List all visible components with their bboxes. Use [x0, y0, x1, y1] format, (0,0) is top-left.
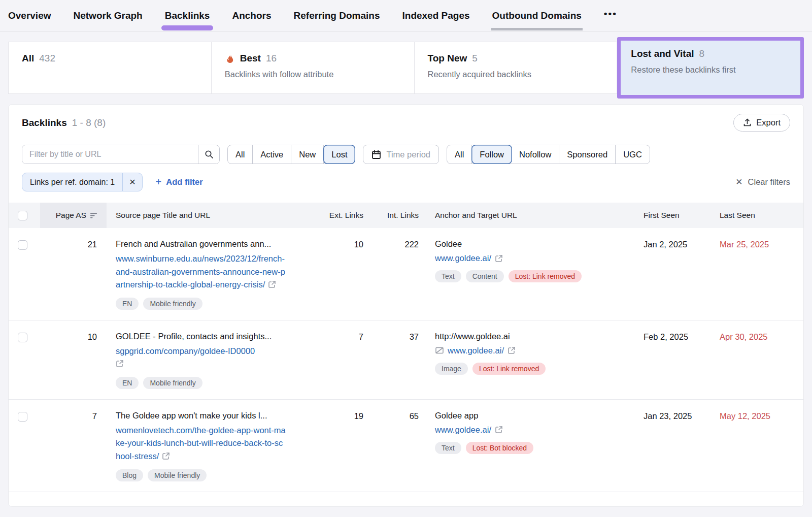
source-tag: Mobile friendly — [143, 377, 202, 389]
active-tab-indicator — [161, 25, 214, 30]
export-button[interactable]: Export — [733, 114, 790, 132]
card-all[interactable]: All 432 — [9, 42, 212, 93]
clear-filters-label: Clear filters — [748, 177, 790, 187]
column-header-int-links: Int. Links — [363, 211, 419, 220]
column-header-source: Source page Title and URL — [107, 211, 320, 220]
follow-filter-nofollow[interactable]: Nofollow — [512, 145, 559, 164]
column-header-page-as[interactable]: Page AS — [40, 203, 107, 228]
source-page-url[interactable]: womenlovetech.com/the-goldee-app-wont-ma… — [116, 426, 286, 461]
follow-filter-sponsored[interactable]: Sponsored — [559, 145, 616, 164]
external-link-icon[interactable] — [162, 452, 170, 460]
anchor-text: Goldee — [435, 239, 642, 249]
ext-links-value: 10 — [320, 239, 363, 310]
time-period-button[interactable]: Time period — [363, 145, 439, 164]
clear-filters-button[interactable]: ✕ Clear filters — [735, 177, 790, 187]
external-link-icon[interactable] — [495, 254, 503, 263]
status-filter-all[interactable]: All — [228, 145, 253, 164]
card-lost-and-vital[interactable]: Lost and Vital 8 Restore these backlinks… — [621, 41, 800, 95]
lost-status-badge: Lost: Bot blocked — [466, 442, 533, 454]
lost-status-badge: Lost: Link removed — [509, 270, 582, 282]
flame-icon — [225, 53, 235, 64]
card-all-title: All — [22, 53, 34, 64]
image-link-icon — [435, 346, 444, 354]
filter-chip-close-icon[interactable]: ✕ — [122, 173, 142, 191]
row-checkbox[interactable] — [18, 412, 27, 422]
first-seen-value: Jan 2, 2025 — [642, 239, 719, 310]
column-header-ext-links: Ext. Links — [320, 211, 363, 220]
external-link-icon[interactable] — [116, 360, 124, 368]
select-all-checkbox[interactable] — [18, 211, 27, 220]
plus-icon: + — [156, 176, 162, 188]
backlinks-panel: Backlinks 1 - 8 (8) Export — [8, 104, 804, 507]
status-filter-active[interactable]: Active — [253, 145, 291, 164]
card-best[interactable]: Best 16 Backlinks with follow attribute — [212, 42, 415, 93]
calendar-icon — [371, 150, 381, 159]
status-filter-new[interactable]: New — [291, 145, 324, 164]
first-seen-value: Feb 2, 2025 — [642, 332, 719, 389]
filter-search — [22, 145, 220, 164]
tab-overview[interactable]: Overview — [8, 1, 51, 30]
source-page-url[interactable]: sgpgrid.com/company/goldee-ID0000 — [116, 346, 255, 356]
external-link-icon[interactable] — [268, 280, 276, 288]
lost-status-badge: Lost: Link removed — [472, 363, 546, 375]
card-best-title: Best — [240, 53, 261, 64]
target-url-link[interactable]: www.goldee.ai/ — [448, 346, 504, 356]
ext-links-value: 19 — [320, 411, 363, 481]
source-page-title: French and Australian governments ann... — [116, 239, 320, 249]
report-tabs-bar: Overview Network Graph Backlinks Anchors… — [0, 0, 812, 31]
status-filter-lost[interactable]: Lost — [323, 145, 355, 164]
column-header-last-seen: Last Seen — [719, 211, 803, 220]
row-checkbox[interactable] — [18, 240, 27, 250]
backlinks-table: Page AS Source page Title and URL Ext. L… — [9, 203, 803, 492]
export-icon — [743, 118, 752, 127]
source-page-url[interactable]: www.swinburne.edu.au/news/2023/12/french… — [116, 254, 285, 289]
anchor-tag: Text — [435, 442, 461, 454]
last-seen-value: Mar 25, 2025 — [719, 239, 803, 310]
card-lost-and-vital-title: Lost and Vital — [631, 48, 694, 59]
search-button[interactable] — [198, 145, 219, 164]
first-seen-value: Jan 23, 2025 — [642, 411, 719, 481]
card-top-new[interactable]: Top New 5 Recently acquired backlinks — [415, 42, 618, 93]
external-link-icon[interactable] — [507, 346, 516, 354]
tab-outbound-domains[interactable]: Outbound Domains — [492, 1, 582, 30]
source-tag: Mobile friendly — [143, 298, 202, 310]
source-tag: EN — [116, 377, 139, 389]
row-checkbox[interactable] — [18, 333, 27, 342]
filter-chip-label[interactable]: Links per ref. domain: 1 — [22, 178, 122, 187]
ext-links-value: 7 — [320, 332, 363, 389]
follow-filter-group: All Follow Nofollow Sponsored UGC — [447, 145, 650, 164]
tab-backlinks-label: Backlinks — [165, 10, 210, 21]
source-page-title: GOLDEE - Profile, contacts and insights.… — [116, 332, 320, 341]
tab-outbound-domains-label: Outbound Domains — [492, 10, 582, 21]
tab-indexed-pages[interactable]: Indexed Pages — [402, 1, 470, 30]
anchor-text: Goldee app — [435, 411, 642, 421]
search-icon — [205, 150, 214, 159]
target-url-link[interactable]: www.goldee.ai/ — [435, 425, 491, 435]
card-best-subtitle: Backlinks with follow attribute — [225, 70, 401, 79]
card-lost-and-vital-count: 8 — [699, 48, 705, 59]
tab-anchors[interactable]: Anchors — [232, 1, 271, 30]
card-lost-and-vital-subtitle: Restore these backlinks first — [631, 65, 790, 75]
anchor-tag: Content — [466, 270, 504, 282]
export-label: Export — [756, 118, 781, 127]
external-link-icon[interactable] — [495, 426, 503, 434]
tab-network-graph[interactable]: Network Graph — [74, 1, 143, 30]
page-as-value: 7 — [40, 411, 107, 481]
tab-backlinks[interactable]: Backlinks — [165, 1, 210, 30]
column-header-first-seen: First Seen — [642, 211, 719, 220]
more-tabs-button[interactable]: ••• — [604, 8, 617, 23]
follow-filter-all[interactable]: All — [447, 145, 472, 164]
tab-referring-domains[interactable]: Referring Domains — [294, 1, 380, 30]
search-input[interactable] — [22, 145, 198, 164]
anchor-text: http://www.goldee.ai — [435, 332, 642, 341]
follow-filter-ugc[interactable]: UGC — [616, 145, 650, 164]
int-links-value: 65 — [363, 411, 419, 481]
target-url-link[interactable]: www.goldee.ai/ — [435, 253, 491, 263]
clear-filters-icon: ✕ — [735, 177, 742, 187]
follow-filter-follow[interactable]: Follow — [471, 145, 512, 164]
add-filter-label: Add filter — [166, 177, 202, 187]
card-top-new-subtitle: Recently acquired backlinks — [428, 70, 604, 79]
last-seen-value: May 12, 2025 — [719, 411, 803, 481]
add-filter-button[interactable]: + Add filter — [156, 176, 203, 188]
table-header-row: Page AS Source page Title and URL Ext. L… — [9, 203, 803, 228]
